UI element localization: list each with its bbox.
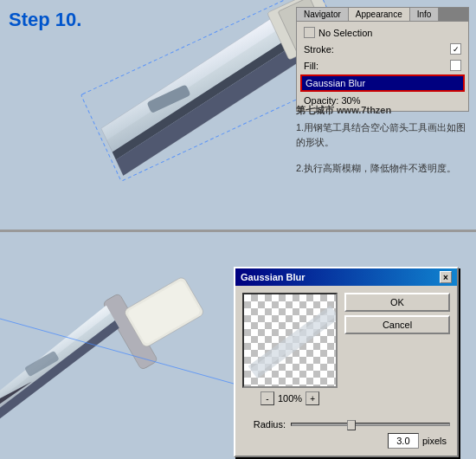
radius-slider-thumb[interactable] <box>347 420 356 430</box>
bottom-section: Gaussian Blur × <box>0 231 476 459</box>
ok-button[interactable]: OK <box>344 293 450 312</box>
radius-value-input[interactable] <box>388 433 419 449</box>
tab-appearance[interactable]: Appearance <box>349 8 410 21</box>
gaussian-blur-row: Gaussian Blur <box>300 74 465 92</box>
checker-preview <box>244 294 338 388</box>
radius-slider-track[interactable] <box>291 423 450 426</box>
step1-text: 1.用钢笔工具结合空心箭头工具画出如图的形状。 <box>296 120 469 149</box>
tab-navigator[interactable]: Navigator <box>297 8 349 21</box>
panel-body: No Selection Stroke: ✓ Fill: Gaussian Bl… <box>297 22 468 111</box>
panel-tabs: Navigator Appearance Info <box>297 8 468 22</box>
stroke-checkbox[interactable]: ✓ <box>450 43 461 55</box>
description-box: 第七城市 www.7thzen 1.用钢笔工具结合空心箭头工具画出如图的形状。 … <box>296 104 469 176</box>
svg-rect-9 <box>0 232 234 459</box>
gaussian-blur-dialog: Gaussian Blur × <box>234 267 459 457</box>
preview-box <box>242 293 338 388</box>
top-section: Step 10. Navigator Appearance Info No Se… <box>0 0 476 230</box>
radius-label: Radius: <box>242 419 286 430</box>
fill-checkbox[interactable] <box>450 60 461 71</box>
no-selection-label: No Selection <box>318 28 372 38</box>
no-selection-checkbox <box>304 27 315 38</box>
dialog-title: Gaussian Blur <box>241 272 306 282</box>
knife-illustration-bottom <box>0 232 234 459</box>
step2-text: 2.执行高斯模糊，降低物件不透明度。 <box>296 161 469 176</box>
dialog-close-button[interactable]: × <box>440 271 452 283</box>
stroke-label: Stroke: <box>304 44 450 55</box>
tab-info[interactable]: Info <box>410 8 440 21</box>
preview-area: - 100% + OK Cancel <box>242 293 450 412</box>
zoom-out-button[interactable]: - <box>261 391 274 405</box>
appearance-panel: Navigator Appearance Info No Selection S… <box>296 7 469 112</box>
no-selection-row: No Selection <box>300 25 465 40</box>
radius-slider-row: Radius: <box>242 419 450 430</box>
dialog-buttons: OK Cancel <box>344 293 450 412</box>
fill-label: Fill: <box>304 61 450 71</box>
stroke-row: Stroke: ✓ <box>300 42 465 56</box>
step-title: Step 10. <box>9 9 81 31</box>
fill-row: Fill: <box>300 58 465 73</box>
radius-value-row: pixels <box>242 433 447 449</box>
zoom-in-button[interactable]: + <box>306 391 319 405</box>
dialog-body: - 100% + OK Cancel Radius: <box>235 286 457 456</box>
zoom-level: 100% <box>278 393 302 404</box>
radius-unit: pixels <box>422 436 447 446</box>
dialog-titlebar: Gaussian Blur × <box>235 268 457 286</box>
preview-controls: - 100% + <box>242 391 338 405</box>
cancel-button[interactable]: Cancel <box>344 315 450 334</box>
site-name: 第七城市 www.7thzen <box>296 104 469 117</box>
gaussian-blur-label: Gaussian Blur <box>306 78 365 88</box>
